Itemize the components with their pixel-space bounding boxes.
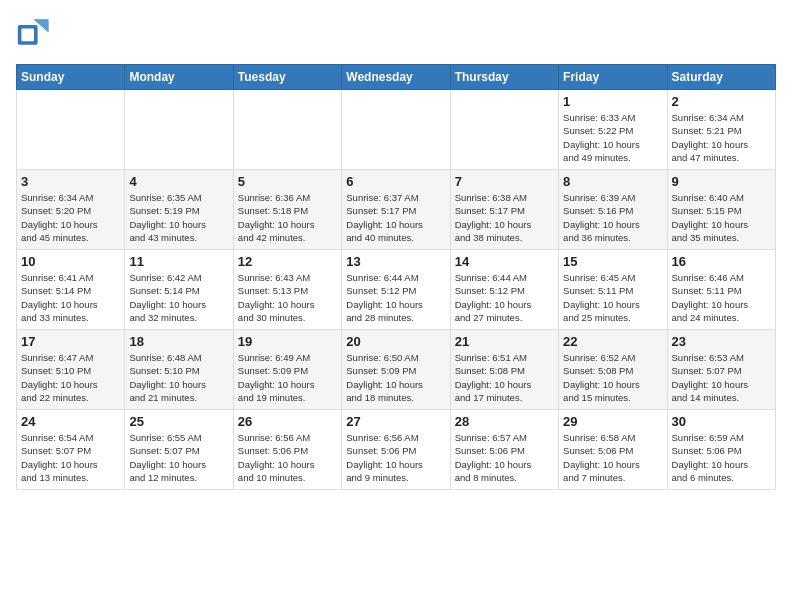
day-info: Sunrise: 6:41 AM Sunset: 5:14 PM Dayligh… (21, 271, 120, 324)
day-number: 8 (563, 174, 662, 189)
day-number: 18 (129, 334, 228, 349)
day-info: Sunrise: 6:48 AM Sunset: 5:10 PM Dayligh… (129, 351, 228, 404)
day-number: 25 (129, 414, 228, 429)
logo-icon (16, 16, 52, 52)
day-info: Sunrise: 6:35 AM Sunset: 5:19 PM Dayligh… (129, 191, 228, 244)
day-number: 21 (455, 334, 554, 349)
day-info: Sunrise: 6:36 AM Sunset: 5:18 PM Dayligh… (238, 191, 337, 244)
calendar-body: 1Sunrise: 6:33 AM Sunset: 5:22 PM Daylig… (17, 90, 776, 490)
calendar-cell: 29Sunrise: 6:58 AM Sunset: 5:06 PM Dayli… (559, 410, 667, 490)
calendar-cell: 1Sunrise: 6:33 AM Sunset: 5:22 PM Daylig… (559, 90, 667, 170)
calendar-cell: 18Sunrise: 6:48 AM Sunset: 5:10 PM Dayli… (125, 330, 233, 410)
calendar-cell: 16Sunrise: 6:46 AM Sunset: 5:11 PM Dayli… (667, 250, 775, 330)
day-info: Sunrise: 6:50 AM Sunset: 5:09 PM Dayligh… (346, 351, 445, 404)
day-info: Sunrise: 6:40 AM Sunset: 5:15 PM Dayligh… (672, 191, 771, 244)
calendar-cell: 13Sunrise: 6:44 AM Sunset: 5:12 PM Dayli… (342, 250, 450, 330)
calendar-cell: 6Sunrise: 6:37 AM Sunset: 5:17 PM Daylig… (342, 170, 450, 250)
calendar-cell (125, 90, 233, 170)
calendar-week-row: 3Sunrise: 6:34 AM Sunset: 5:20 PM Daylig… (17, 170, 776, 250)
day-info: Sunrise: 6:45 AM Sunset: 5:11 PM Dayligh… (563, 271, 662, 324)
calendar-cell: 7Sunrise: 6:38 AM Sunset: 5:17 PM Daylig… (450, 170, 558, 250)
weekday-header: Saturday (667, 65, 775, 90)
day-number: 15 (563, 254, 662, 269)
day-info: Sunrise: 6:55 AM Sunset: 5:07 PM Dayligh… (129, 431, 228, 484)
day-info: Sunrise: 6:51 AM Sunset: 5:08 PM Dayligh… (455, 351, 554, 404)
day-number: 3 (21, 174, 120, 189)
day-number: 22 (563, 334, 662, 349)
calendar-cell: 28Sunrise: 6:57 AM Sunset: 5:06 PM Dayli… (450, 410, 558, 490)
day-number: 28 (455, 414, 554, 429)
weekday-header: Wednesday (342, 65, 450, 90)
day-info: Sunrise: 6:39 AM Sunset: 5:16 PM Dayligh… (563, 191, 662, 244)
calendar-cell: 12Sunrise: 6:43 AM Sunset: 5:13 PM Dayli… (233, 250, 341, 330)
weekday-header: Friday (559, 65, 667, 90)
calendar-week-row: 17Sunrise: 6:47 AM Sunset: 5:10 PM Dayli… (17, 330, 776, 410)
calendar-cell: 19Sunrise: 6:49 AM Sunset: 5:09 PM Dayli… (233, 330, 341, 410)
calendar-cell: 3Sunrise: 6:34 AM Sunset: 5:20 PM Daylig… (17, 170, 125, 250)
weekday-header: Thursday (450, 65, 558, 90)
calendar-cell: 21Sunrise: 6:51 AM Sunset: 5:08 PM Dayli… (450, 330, 558, 410)
day-info: Sunrise: 6:59 AM Sunset: 5:06 PM Dayligh… (672, 431, 771, 484)
calendar-cell: 20Sunrise: 6:50 AM Sunset: 5:09 PM Dayli… (342, 330, 450, 410)
day-info: Sunrise: 6:37 AM Sunset: 5:17 PM Dayligh… (346, 191, 445, 244)
calendar-cell: 17Sunrise: 6:47 AM Sunset: 5:10 PM Dayli… (17, 330, 125, 410)
day-number: 17 (21, 334, 120, 349)
day-number: 29 (563, 414, 662, 429)
logo (16, 16, 56, 52)
day-number: 4 (129, 174, 228, 189)
weekday-header: Monday (125, 65, 233, 90)
calendar-cell: 26Sunrise: 6:56 AM Sunset: 5:06 PM Dayli… (233, 410, 341, 490)
calendar-cell: 10Sunrise: 6:41 AM Sunset: 5:14 PM Dayli… (17, 250, 125, 330)
day-number: 24 (21, 414, 120, 429)
calendar-cell: 24Sunrise: 6:54 AM Sunset: 5:07 PM Dayli… (17, 410, 125, 490)
calendar-cell: 30Sunrise: 6:59 AM Sunset: 5:06 PM Dayli… (667, 410, 775, 490)
calendar-cell: 14Sunrise: 6:44 AM Sunset: 5:12 PM Dayli… (450, 250, 558, 330)
calendar-cell: 8Sunrise: 6:39 AM Sunset: 5:16 PM Daylig… (559, 170, 667, 250)
day-number: 7 (455, 174, 554, 189)
day-info: Sunrise: 6:44 AM Sunset: 5:12 PM Dayligh… (455, 271, 554, 324)
day-number: 10 (21, 254, 120, 269)
day-number: 12 (238, 254, 337, 269)
day-info: Sunrise: 6:57 AM Sunset: 5:06 PM Dayligh… (455, 431, 554, 484)
calendar-cell: 4Sunrise: 6:35 AM Sunset: 5:19 PM Daylig… (125, 170, 233, 250)
day-number: 5 (238, 174, 337, 189)
day-number: 20 (346, 334, 445, 349)
calendar-cell: 15Sunrise: 6:45 AM Sunset: 5:11 PM Dayli… (559, 250, 667, 330)
day-info: Sunrise: 6:42 AM Sunset: 5:14 PM Dayligh… (129, 271, 228, 324)
calendar-cell: 25Sunrise: 6:55 AM Sunset: 5:07 PM Dayli… (125, 410, 233, 490)
day-info: Sunrise: 6:49 AM Sunset: 5:09 PM Dayligh… (238, 351, 337, 404)
weekday-header: Tuesday (233, 65, 341, 90)
day-number: 9 (672, 174, 771, 189)
day-info: Sunrise: 6:46 AM Sunset: 5:11 PM Dayligh… (672, 271, 771, 324)
day-number: 23 (672, 334, 771, 349)
day-info: Sunrise: 6:34 AM Sunset: 5:21 PM Dayligh… (672, 111, 771, 164)
day-number: 27 (346, 414, 445, 429)
calendar-table: SundayMondayTuesdayWednesdayThursdayFrid… (16, 64, 776, 490)
calendar-cell (233, 90, 341, 170)
day-info: Sunrise: 6:56 AM Sunset: 5:06 PM Dayligh… (346, 431, 445, 484)
day-info: Sunrise: 6:43 AM Sunset: 5:13 PM Dayligh… (238, 271, 337, 324)
day-info: Sunrise: 6:56 AM Sunset: 5:06 PM Dayligh… (238, 431, 337, 484)
day-number: 14 (455, 254, 554, 269)
calendar-cell: 11Sunrise: 6:42 AM Sunset: 5:14 PM Dayli… (125, 250, 233, 330)
day-number: 30 (672, 414, 771, 429)
calendar-cell: 23Sunrise: 6:53 AM Sunset: 5:07 PM Dayli… (667, 330, 775, 410)
weekday-header: Sunday (17, 65, 125, 90)
day-number: 16 (672, 254, 771, 269)
day-info: Sunrise: 6:53 AM Sunset: 5:07 PM Dayligh… (672, 351, 771, 404)
day-number: 26 (238, 414, 337, 429)
calendar-cell: 9Sunrise: 6:40 AM Sunset: 5:15 PM Daylig… (667, 170, 775, 250)
calendar-cell (17, 90, 125, 170)
calendar-cell: 22Sunrise: 6:52 AM Sunset: 5:08 PM Dayli… (559, 330, 667, 410)
day-info: Sunrise: 6:33 AM Sunset: 5:22 PM Dayligh… (563, 111, 662, 164)
weekday-row: SundayMondayTuesdayWednesdayThursdayFrid… (17, 65, 776, 90)
day-number: 13 (346, 254, 445, 269)
day-info: Sunrise: 6:44 AM Sunset: 5:12 PM Dayligh… (346, 271, 445, 324)
day-info: Sunrise: 6:52 AM Sunset: 5:08 PM Dayligh… (563, 351, 662, 404)
day-info: Sunrise: 6:47 AM Sunset: 5:10 PM Dayligh… (21, 351, 120, 404)
calendar-cell (450, 90, 558, 170)
page-header (16, 16, 776, 52)
svg-rect-1 (21, 29, 34, 42)
calendar-cell: 27Sunrise: 6:56 AM Sunset: 5:06 PM Dayli… (342, 410, 450, 490)
calendar-cell (342, 90, 450, 170)
